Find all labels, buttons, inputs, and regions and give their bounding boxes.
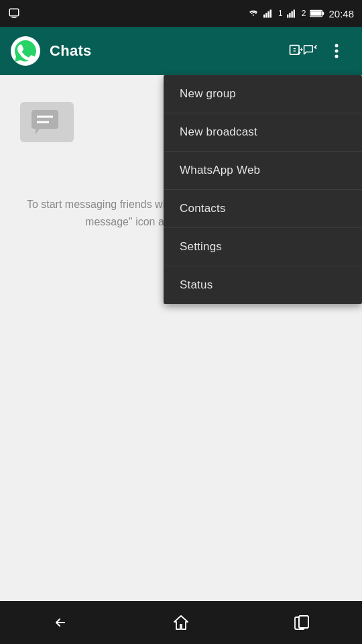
back-icon (51, 613, 70, 632)
app-bar-actions: + (288, 36, 351, 66)
svg-rect-9 (293, 9, 294, 17)
new-message-button[interactable]: + (288, 36, 318, 66)
svg-rect-6 (287, 15, 288, 18)
svg-rect-4 (267, 11, 269, 18)
compose-icon: + (288, 42, 303, 60)
sim2-label: 2 (302, 9, 306, 18)
svg-rect-0 (9, 9, 19, 16)
signal2-icon (287, 9, 298, 18)
app-bar: Chats + (0, 27, 362, 75)
svg-rect-28 (299, 616, 308, 628)
whatsapp-logo (11, 36, 40, 66)
svg-marker-24 (36, 129, 40, 134)
svg-rect-8 (291, 11, 292, 18)
recent-apps-icon (292, 613, 311, 632)
status-time: 20:48 (328, 8, 354, 19)
status-bar-left (8, 7, 20, 19)
menu-item-new-broadcast[interactable]: New broadcast (164, 113, 362, 152)
svg-point-21 (335, 50, 339, 53)
svg-rect-3 (265, 13, 267, 17)
status-bar-right: 1 2 20:48 (247, 8, 354, 19)
svg-line-19 (315, 47, 316, 49)
battery-icon (310, 9, 324, 18)
sim-label: 1 (278, 9, 283, 18)
chat-placeholder-icon (20, 102, 74, 142)
menu-item-contacts[interactable]: Contacts (164, 190, 362, 228)
svg-rect-11 (322, 12, 324, 15)
app-title: Chats (50, 42, 288, 60)
more-options-button[interactable] (322, 36, 351, 66)
wifi-icon (247, 9, 259, 18)
svg-point-20 (335, 44, 339, 48)
screenshot-icon (8, 7, 20, 19)
svg-point-22 (335, 55, 339, 58)
svg-rect-23 (32, 110, 58, 129)
home-button[interactable] (161, 602, 201, 643)
dropdown-menu: New groupNew broadcastWhatsApp WebContac… (164, 75, 362, 304)
menu-item-whatsapp-web[interactable]: WhatsApp Web (164, 152, 362, 190)
svg-rect-1 (11, 17, 17, 18)
more-vertical-icon (335, 43, 339, 59)
svg-rect-7 (289, 13, 290, 17)
speech-bubble-icon (30, 109, 64, 136)
bottom-nav (0, 601, 362, 644)
home-icon (172, 613, 190, 632)
svg-rect-14 (290, 46, 300, 55)
svg-rect-12 (311, 11, 322, 15)
status-bar: 1 2 20:48 (0, 0, 362, 27)
menu-item-settings[interactable]: Settings (164, 228, 362, 266)
menu-item-status[interactable]: Status (164, 266, 362, 304)
svg-rect-2 (263, 15, 265, 18)
menu-item-new-group[interactable]: New group (164, 75, 362, 113)
back-button[interactable] (40, 602, 80, 643)
recent-apps-button[interactable] (282, 602, 322, 643)
svg-rect-5 (270, 9, 272, 17)
signal1-icon (263, 9, 274, 18)
new-msg-icon (303, 42, 318, 60)
